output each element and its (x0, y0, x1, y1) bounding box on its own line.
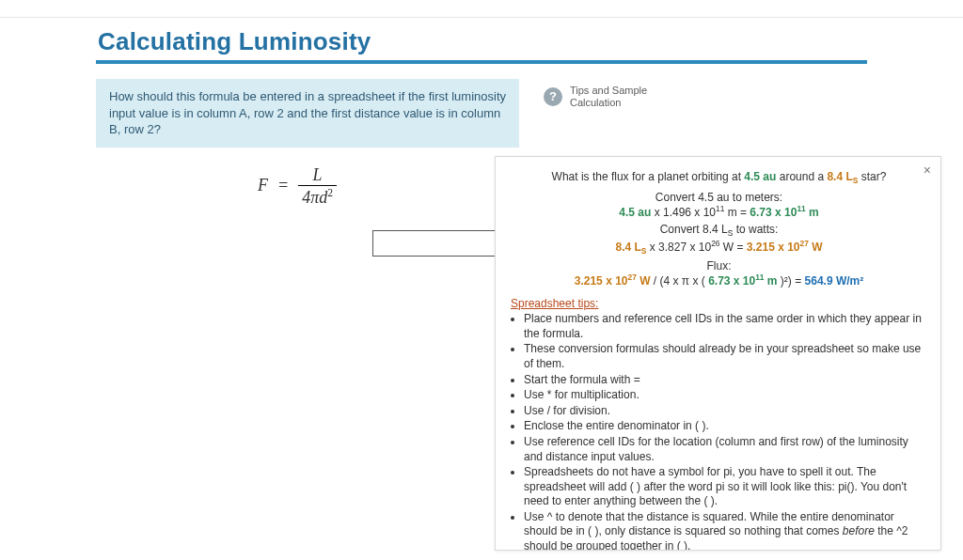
conv-au-calc: 4.5 au x 1.496 x 1011 m = 6.73 x 1011 m (511, 204, 927, 219)
flux-calc: 3.215 x 1027 W / (4 x π x ( 6.73 x 1011 … (511, 272, 927, 288)
tip-item: Place numbers and reference cell IDs in … (524, 312, 927, 341)
page-title: Calculating Luminosity (98, 27, 867, 56)
conv-au-header: Convert 4.5 au to meters: (511, 191, 927, 204)
tip-item: Enclose the entire denominator in ( ). (524, 419, 927, 434)
tip-item: Use ^ to denote that the distance is squ… (524, 510, 927, 551)
prompt-box: How should this formula be entered in a … (96, 79, 519, 148)
tip-item: Start the formula with = (524, 373, 927, 388)
tips-list: Place numbers and reference cell IDs in … (524, 312, 927, 551)
formula-denominator: 4πd2 (298, 186, 337, 206)
flux-label: Flux: (511, 259, 927, 272)
tips-label-line1: Tips and Sample (570, 85, 647, 96)
title-underline (96, 60, 867, 64)
tips-popup: × What is the flux for a planet orbiting… (495, 156, 941, 551)
tip-item: These conversion formulas should already… (524, 342, 927, 371)
tip-item: Use * for multiplication. (524, 388, 927, 403)
formula-eq: = (277, 176, 289, 195)
flux-result: 564.9 W/m² (805, 274, 864, 288)
formula-lhs: F (258, 176, 268, 195)
question-icon: ? (544, 87, 562, 106)
tip-item: Use reference cell IDs for the location … (524, 435, 927, 464)
question-row: How should this formula be entered in a … (96, 79, 867, 148)
tips-label-line2: Calculation (570, 97, 621, 108)
conv-ls-header: Convert 8.4 LS to watts: (511, 223, 927, 238)
formula-fraction: L 4πd2 (298, 166, 337, 206)
tips-launcher[interactable]: ? Tips and Sample Calculation (544, 85, 647, 108)
q-distance: 4.5 au (744, 170, 776, 183)
tips-label: Tips and Sample Calculation (570, 85, 647, 108)
conv-ls-calc: 8.4 LS x 3.827 x 1026 W = 3.215 x 1027 W (511, 239, 927, 256)
tip-item: Spreadsheets do not have a symbol for pi… (524, 465, 927, 509)
formula-numerator: L (309, 166, 326, 185)
tip-item: Use / for division. (524, 404, 927, 419)
close-icon[interactable]: × (924, 163, 931, 178)
q-luminosity: 8.4 LS (827, 170, 860, 183)
popup-question: What is the flux for a planet orbiting a… (511, 170, 927, 185)
tips-header: Spreadsheet tips: (511, 297, 927, 310)
